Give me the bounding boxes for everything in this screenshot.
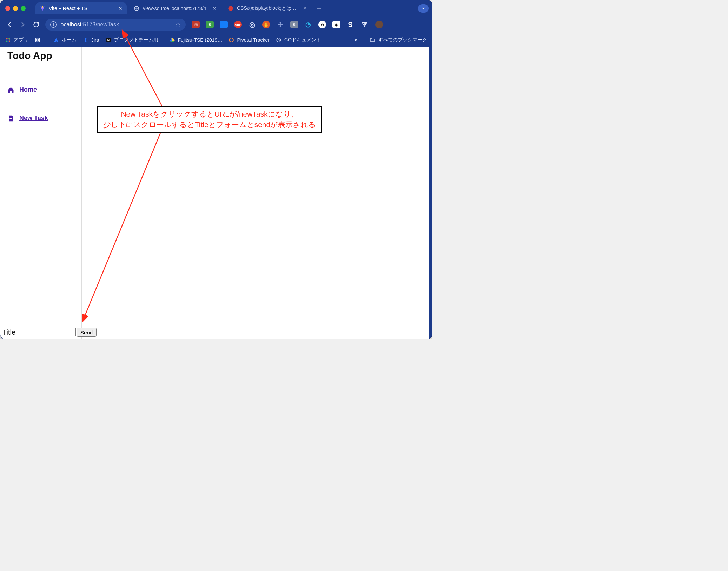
title-label: Title [2, 328, 15, 336]
tab-title: view-source:localhost:5173/n [143, 6, 209, 11]
separator [363, 36, 363, 44]
bookmark-cq-docs[interactable]: Q CQドキュメント [276, 37, 321, 43]
tab-vite-react[interactable]: Vite + React + TS ✕ [35, 2, 127, 14]
close-tab-icon[interactable]: ✕ [118, 6, 123, 11]
new-task-form: Title Send [2, 328, 97, 337]
extension-icon[interactable]: ⊘ [318, 21, 326, 28]
extension-icon[interactable]: ✋ [262, 21, 270, 28]
svg-rect-4 [6, 38, 7, 39]
bookmark-star-icon[interactable]: ☆ [175, 21, 181, 28]
url-host: localhost [59, 21, 81, 27]
sidebar-link-new-task[interactable]: New Task [19, 114, 48, 122]
separator [47, 36, 47, 44]
bookmark-label: Pivotal Tracker [237, 37, 270, 43]
chrome-menu-button[interactable]: ⋮ [390, 21, 397, 28]
sidebar-item-home[interactable]: Home [7, 86, 74, 93]
tab-search-button[interactable] [418, 4, 429, 13]
extension-icon[interactable]: ✢ [276, 21, 284, 28]
forward-button[interactable] [19, 20, 27, 29]
app-main: Title Send [82, 47, 429, 339]
svg-point-22 [229, 38, 233, 42]
url-rest: :5173/newTask [81, 21, 119, 27]
sidebar-item-new-task[interactable]: New Task [7, 114, 74, 122]
svg-rect-14 [38, 38, 39, 39]
bookmark-label: プロダクトチーム用… [114, 37, 163, 43]
drive-icon [170, 37, 175, 43]
tab-title: Vite + React + TS [49, 6, 115, 11]
pivotal-icon [229, 37, 234, 43]
home-icon [7, 86, 14, 93]
close-tab-icon[interactable]: ✕ [303, 6, 307, 11]
all-bookmarks-label: すべてのブックマーク [378, 37, 427, 43]
svg-rect-11 [8, 41, 9, 42]
grid-icon [35, 37, 40, 43]
svg-rect-7 [6, 39, 7, 40]
site-info-icon[interactable]: i [50, 21, 57, 28]
sidebar-link-home[interactable]: Home [19, 86, 37, 93]
address-bar[interactable]: i localhost:5173/newTask ☆ [45, 19, 186, 31]
bookmark-product-team[interactable]: N プロダクトチーム用… [106, 37, 163, 43]
apps-button[interactable]: アプリ [5, 37, 28, 43]
bookmarks-bar: アプリ ホーム Jira N プロダクトチーム用… Fujitsu-TSE (2… [0, 33, 432, 47]
toolbar: i localhost:5173/newTask ☆ ⊞ S ABP ◎ ✋ ✢… [0, 17, 432, 33]
back-button[interactable] [5, 20, 14, 29]
bookmark-fujitsu[interactable]: Fujitsu-TSE (2019… [170, 37, 223, 43]
adblock-icon[interactable]: ABP [234, 21, 242, 28]
bookmark-home[interactable]: ホーム [53, 37, 77, 43]
svg-rect-13 [36, 38, 37, 39]
svg-rect-6 [9, 38, 10, 39]
new-file-icon [7, 115, 14, 122]
jira-icon [83, 37, 88, 43]
send-button[interactable]: Send [77, 328, 97, 337]
close-window-button[interactable] [5, 6, 10, 11]
annotation-line1: New TaskをクリックするとURLが/newTaskになり、 [102, 109, 317, 119]
extension-icon[interactable]: ◎ [248, 21, 256, 28]
extension-icon[interactable]: ◔ [304, 21, 312, 28]
profile-avatar[interactable] [375, 21, 383, 28]
globe-icon [134, 6, 139, 11]
reading-list-button[interactable] [35, 37, 40, 43]
app-title: Todo App [7, 50, 74, 61]
extensions-menu-icon[interactable]: ⧩ [360, 21, 368, 28]
tab-title: CSSのdisplay:block;とは？ブロ [237, 5, 299, 12]
close-tab-icon[interactable]: ✕ [212, 6, 217, 11]
browser-window: Vite + React + TS ✕ view-source:localhos… [0, 0, 432, 339]
annotation-line2: 少し下にスクロールするとTitleとフォームとsendが表示される [102, 119, 317, 130]
title-input[interactable] [16, 328, 76, 336]
apps-icon [5, 37, 11, 43]
bookmark-label: ホーム [62, 37, 77, 43]
maximize-window-button[interactable] [21, 6, 26, 11]
extension-icon[interactable]: S [346, 21, 354, 28]
extension-icon[interactable]: ◆ [332, 21, 340, 28]
reload-button[interactable] [32, 20, 40, 29]
extension-icon[interactable]: ⊞ [192, 21, 200, 28]
extension-icon[interactable] [220, 21, 228, 28]
doc-icon: Q [276, 37, 282, 43]
bookmark-pivotal[interactable]: Pivotal Tracker [229, 37, 270, 43]
apps-label: アプリ [14, 37, 28, 43]
all-bookmarks-button[interactable]: すべてのブックマーク [370, 37, 427, 43]
svg-rect-5 [8, 38, 9, 39]
bookmarks-overflow-button[interactable]: » [354, 36, 357, 44]
bookmark-label: CQドキュメント [284, 37, 321, 43]
bookmark-jira[interactable]: Jira [83, 37, 99, 43]
svg-text:Q: Q [278, 38, 280, 41]
tab-css-article[interactable]: CSSのdisplay:block;とは？ブロ ✕ [224, 2, 311, 14]
minimize-window-button[interactable] [13, 6, 18, 11]
bookmark-label: Jira [91, 37, 99, 43]
bookmark-label: Fujitsu-TSE (2019… [178, 37, 223, 43]
window-controls [5, 6, 26, 11]
atlassian-icon [53, 37, 59, 43]
tab-view-source[interactable]: view-source:localhost:5173/n ✕ [130, 2, 221, 14]
annotation-callout: New TaskをクリックするとURLが/newTaskになり、 少し下にスクロ… [97, 106, 322, 133]
extension-icon[interactable]: S [290, 21, 298, 28]
folder-icon [370, 37, 375, 43]
notion-icon: N [106, 37, 111, 43]
svg-rect-10 [6, 41, 7, 42]
new-tab-button[interactable]: ＋ [314, 4, 324, 13]
page-viewport: Todo App Home New Task Title Send [0, 47, 429, 339]
favicon-icon [228, 6, 233, 11]
extension-icon[interactable]: S [206, 21, 214, 28]
svg-rect-15 [36, 40, 37, 42]
svg-rect-8 [8, 39, 9, 40]
